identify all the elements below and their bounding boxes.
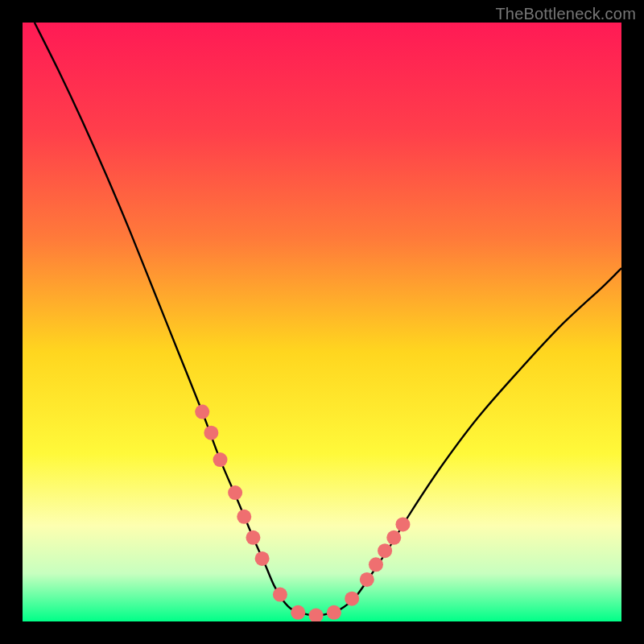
data-point <box>386 530 401 545</box>
data-point <box>204 426 218 440</box>
data-point <box>360 572 374 587</box>
data-point <box>228 485 242 500</box>
data-point <box>395 517 410 531</box>
data-point <box>195 405 209 419</box>
data-point <box>378 543 392 558</box>
gradient-background <box>23 23 621 621</box>
data-point <box>291 605 305 620</box>
plot-area <box>23 23 621 621</box>
data-point <box>345 592 359 606</box>
data-point <box>255 551 270 566</box>
data-point <box>327 605 341 620</box>
watermark-text: TheBottleneck.com <box>495 5 636 23</box>
bottleneck-chart <box>23 23 621 621</box>
data-point <box>213 452 228 467</box>
data-point <box>273 588 287 602</box>
data-point <box>237 510 251 524</box>
data-point <box>246 530 260 545</box>
data-point <box>369 557 383 572</box>
chart-frame: TheBottleneck.com <box>0 0 644 644</box>
